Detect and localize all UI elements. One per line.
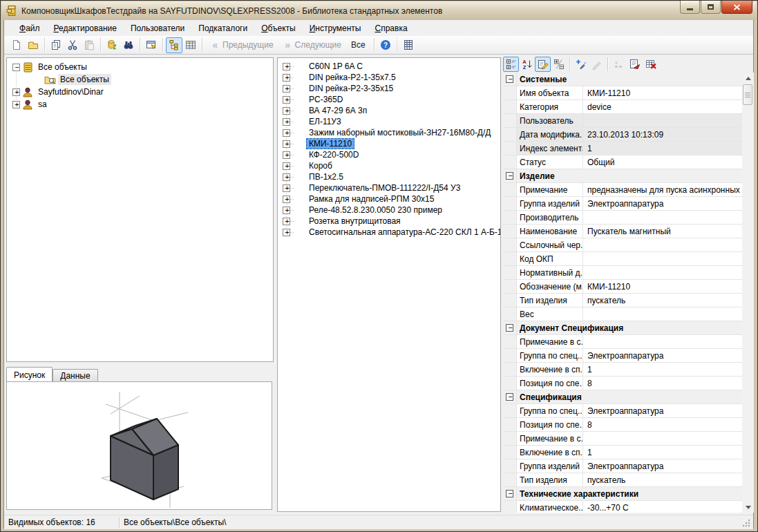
next-label[interactable]: Следующие xyxy=(295,40,341,50)
minimize-button[interactable] xyxy=(680,1,700,14)
object-list-item-label[interactable]: Светосигнальная аппаратура-АС-220 СКЛ 1 … xyxy=(306,227,501,237)
object-list-item-label[interactable]: КМИ-11210 xyxy=(306,138,354,149)
property-row[interactable]: Пользователь xyxy=(503,114,742,128)
cut-button[interactable] xyxy=(64,37,81,53)
object-list-item-label[interactable]: ЕЛ-11У3 xyxy=(306,117,344,126)
menu-item[interactable]: Файл xyxy=(12,21,47,35)
object-list-item-label[interactable]: C60N 1P 6A C xyxy=(306,61,366,71)
property-value[interactable]: -30...+70 С xyxy=(583,501,742,513)
object-list-item-label[interactable]: Реле-48.52.8.230.0050 230 пример xyxy=(306,205,445,215)
property-row[interactable]: Примечание в с... xyxy=(503,432,742,446)
tab[interactable]: Рисунок xyxy=(6,367,53,381)
property-value[interactable]: Электроаппаратура xyxy=(583,404,742,417)
show-all-button[interactable]: Все xyxy=(351,40,366,50)
user-tree-item[interactable]: Все объекты xyxy=(7,61,273,73)
property-row[interactable]: Обозначение (м... КМИ-11210 xyxy=(503,280,742,294)
property-value[interactable]: КМИ-11210 xyxy=(583,86,742,99)
object-list-item-label[interactable]: Короб xyxy=(306,161,335,171)
find-button[interactable] xyxy=(120,37,137,53)
object-list-item-label[interactable]: DIN рейка-Р2-3-35x15 xyxy=(306,84,396,93)
property-value[interactable]: 1 xyxy=(583,142,742,155)
collapse-icon[interactable] xyxy=(506,75,513,83)
object-list-item[interactable]: PC-365D xyxy=(278,94,500,105)
object-list-item-label[interactable]: ВА 47-29 6А 3п xyxy=(306,106,370,115)
object-list-item-label[interactable]: PC-365D xyxy=(306,95,345,104)
property-value[interactable]: предназначены для пуска асинхронных эл..… xyxy=(583,183,742,196)
menu-item[interactable]: Редактирование xyxy=(47,21,124,35)
object-list-item[interactable]: КМИ-11210 xyxy=(278,138,500,149)
expand-icon[interactable] xyxy=(283,129,290,137)
property-value[interactable]: Пускатель магнитный xyxy=(583,225,742,238)
properties-button[interactable] xyxy=(143,37,160,53)
delete-grid-button[interactable] xyxy=(643,57,658,72)
menu-item[interactable]: Подкаталоги xyxy=(191,21,254,35)
property-row[interactable]: Группа изделий Электроаппаратура xyxy=(503,197,742,211)
collapse-icon[interactable] xyxy=(506,490,513,497)
expand-icon[interactable] xyxy=(283,140,290,148)
property-row[interactable]: Позиция по спе... 8 xyxy=(503,418,742,432)
property-value[interactable] xyxy=(583,307,742,321)
object-list-item-label[interactable]: ПВ-1x2.5 xyxy=(306,172,346,182)
scrollbar-thumb[interactable] xyxy=(743,84,752,105)
property-row[interactable]: Системные xyxy=(503,73,742,86)
resize-grip[interactable] xyxy=(741,518,751,528)
report-grid-button[interactable] xyxy=(400,37,417,53)
edit-values-button[interactable] xyxy=(535,57,551,72)
property-row[interactable]: Группа по спец... Электроаппаратура xyxy=(503,349,742,363)
remove-attribute-button[interactable]: x xyxy=(611,57,627,72)
user-tree-item[interactable]: sa xyxy=(7,98,273,111)
copy-button[interactable] xyxy=(48,37,64,53)
property-row[interactable]: Примечание предназначены для пуска асинх… xyxy=(503,183,742,197)
expand-icon[interactable] xyxy=(283,96,290,104)
user-tree-item-label[interactable]: Все объекты xyxy=(36,61,89,73)
property-row[interactable]: Производитель xyxy=(503,211,742,225)
object-list-item[interactable]: ЕЛ-11У3 xyxy=(278,116,500,127)
user-tree-item-label[interactable]: Все объекты xyxy=(58,74,111,85)
add-attribute-button[interactable]: y xyxy=(573,57,589,72)
property-row[interactable]: Примечание в с... xyxy=(503,335,742,349)
menu-item[interactable]: Объекты xyxy=(254,21,303,35)
expand-icon[interactable] xyxy=(12,64,20,71)
property-row[interactable]: Группа по спец... Электроаппаратура xyxy=(503,404,742,418)
property-value[interactable] xyxy=(583,266,742,279)
expand-icon[interactable] xyxy=(283,218,290,225)
expand-icon[interactable] xyxy=(283,74,290,82)
property-value[interactable]: 23.10.2013 10:13:09 xyxy=(583,128,742,141)
expand-collapse-button[interactable] xyxy=(551,57,567,72)
property-value[interactable]: пускатель xyxy=(583,294,742,307)
property-row[interactable]: Дата модифика... 23.10.2013 10:13:09 xyxy=(503,128,742,142)
expand-icon[interactable] xyxy=(283,184,290,192)
property-value[interactable] xyxy=(583,211,742,224)
object-list-item[interactable]: ПВ-1x2.5 xyxy=(278,171,500,182)
property-row[interactable]: Позиция по спе... 8 xyxy=(503,377,742,390)
property-row[interactable]: Ссылочный чер... xyxy=(503,238,742,252)
property-row[interactable]: Изделие xyxy=(503,169,742,183)
refresh-database-button[interactable] xyxy=(104,37,120,53)
property-row[interactable]: Климатическое... -30...+70 С xyxy=(503,501,742,513)
property-value[interactable] xyxy=(583,432,742,445)
property-value[interactable]: device xyxy=(583,100,742,113)
object-list-item[interactable]: ВА 47-29 6А 3п xyxy=(278,105,500,116)
close-button[interactable] xyxy=(721,1,752,14)
expand-icon[interactable] xyxy=(283,207,290,214)
property-row[interactable]: Индекс элемента 1 xyxy=(503,142,742,155)
object-list-item[interactable]: Зажим наборный мостиковый-ЗН27-16М80-Д/Д xyxy=(278,127,500,138)
property-value[interactable] xyxy=(583,114,742,127)
object-list-item[interactable]: DIN рейка-Р2-3-35x15 xyxy=(278,83,500,94)
property-row[interactable]: Включение в сп... 1 xyxy=(503,446,742,459)
expand-icon[interactable] xyxy=(283,118,290,126)
menu-item[interactable]: Справка xyxy=(368,21,414,35)
expand-icon[interactable] xyxy=(283,63,290,70)
expand-icon[interactable] xyxy=(12,101,20,108)
sort-alphabetical-button[interactable]: AZ xyxy=(519,57,535,72)
expand-icon[interactable] xyxy=(283,229,290,236)
property-value[interactable]: 8 xyxy=(583,377,742,390)
open-button[interactable] xyxy=(25,37,41,53)
property-row[interactable]: Вес xyxy=(503,307,742,321)
object-list-item-label[interactable]: Рамка для надписей-РПМ 30x15 xyxy=(306,194,437,204)
property-value[interactable]: Электроаппаратура xyxy=(583,197,742,210)
object-list-item[interactable]: КФ-220-500D xyxy=(278,149,500,160)
sign-document-button[interactable] xyxy=(627,57,643,72)
expand-icon[interactable] xyxy=(283,173,290,181)
paste-button[interactable] xyxy=(81,37,97,53)
